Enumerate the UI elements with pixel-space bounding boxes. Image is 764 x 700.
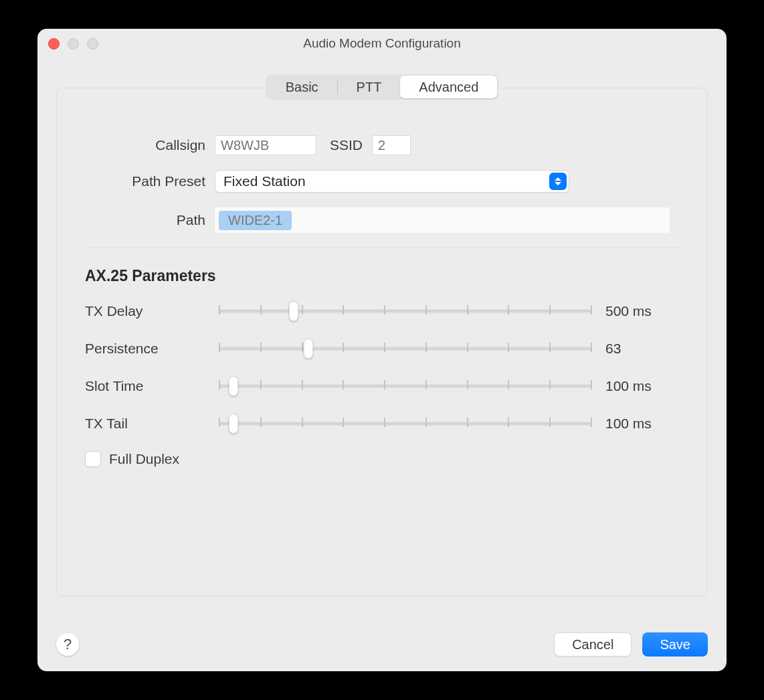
slider-label: TX Tail [85, 416, 205, 432]
slider-thumb[interactable] [289, 301, 298, 321]
row-callsign: Callsign SSID [85, 135, 679, 155]
ax25-heading: AX.25 Parameters [85, 267, 679, 285]
help-icon: ? [64, 636, 72, 653]
row-preset: Path Preset Fixed Station [85, 170, 679, 193]
tab-basic[interactable]: Basic [267, 76, 337, 98]
preset-select[interactable]: Fixed Station [215, 170, 569, 193]
tabbar: Basic PTT Advanced [266, 74, 499, 100]
divider [85, 248, 679, 248]
ssid-input[interactable] [372, 135, 411, 155]
slider-label: Slot Time [85, 378, 205, 394]
window: Audio Modem Configuration Basic PTT Adva… [37, 29, 727, 671]
tab-advanced[interactable]: Advanced [400, 76, 497, 98]
path-label: Path [85, 212, 205, 228]
cancel-button[interactable]: Cancel [554, 632, 632, 657]
slider-row: TX Delay500 ms [85, 301, 679, 321]
window-title: Audio Modem Configuration [37, 36, 727, 51]
slider-thumb[interactable] [229, 376, 238, 396]
preset-label: Path Preset [85, 173, 205, 189]
minimize-button[interactable] [68, 38, 79, 50]
slider[interactable] [219, 339, 592, 359]
traffic-lights [48, 38, 98, 50]
footer: ? Cancel Save [56, 632, 708, 657]
help-button[interactable]: ? [56, 633, 79, 656]
full-duplex-checkbox[interactable] [85, 451, 101, 467]
slider-value: 100 ms [605, 416, 679, 432]
slider-row: Persistence63 [85, 339, 679, 359]
slider-ticks [219, 380, 592, 392]
slider-value: 100 ms [605, 378, 679, 394]
slider-value: 500 ms [605, 303, 679, 319]
slider-ticks [219, 418, 592, 430]
slider-thumb[interactable] [229, 414, 238, 434]
cancel-label: Cancel [572, 637, 613, 652]
zoom-button[interactable] [87, 38, 98, 50]
callsign-input[interactable] [215, 135, 316, 155]
row-full-duplex: Full Duplex [85, 451, 679, 467]
slider-row: Slot Time100 ms [85, 376, 679, 396]
slider[interactable] [219, 301, 592, 321]
tabbar-wrap: Basic PTT Advanced [56, 74, 708, 100]
slider[interactable] [219, 376, 592, 396]
save-label: Save [660, 637, 690, 652]
slider-value: 63 [605, 341, 679, 357]
slider-row: TX Tail100 ms [85, 414, 679, 434]
preset-select-wrap: Fixed Station [215, 170, 569, 193]
ssid-label: SSID [330, 137, 363, 153]
slider-label: TX Delay [85, 303, 205, 319]
tab-ptt[interactable]: PTT [338, 76, 401, 98]
slider-thumb[interactable] [304, 339, 313, 359]
save-button[interactable]: Save [642, 632, 708, 657]
slider-label: Persistence [85, 341, 205, 357]
titlebar: Audio Modem Configuration [37, 29, 727, 58]
footer-buttons: Cancel Save [554, 632, 708, 657]
path-field[interactable]: WIDE2-1 [215, 207, 670, 233]
path-token: WIDE2-1 [219, 211, 292, 230]
preset-value: Fixed Station [223, 173, 306, 189]
close-button[interactable] [48, 38, 60, 50]
content: Basic PTT Advanced Callsign SSID Path Pr… [37, 58, 727, 671]
full-duplex-label: Full Duplex [109, 451, 179, 467]
row-path: Path WIDE2-1 [85, 207, 679, 233]
slider[interactable] [219, 414, 592, 434]
slider-ticks [219, 305, 592, 317]
slider-ticks [219, 343, 592, 355]
panel: Callsign SSID Path Preset Fixed Station [56, 88, 708, 596]
callsign-label: Callsign [85, 137, 205, 153]
chevron-up-down-icon [549, 173, 567, 190]
